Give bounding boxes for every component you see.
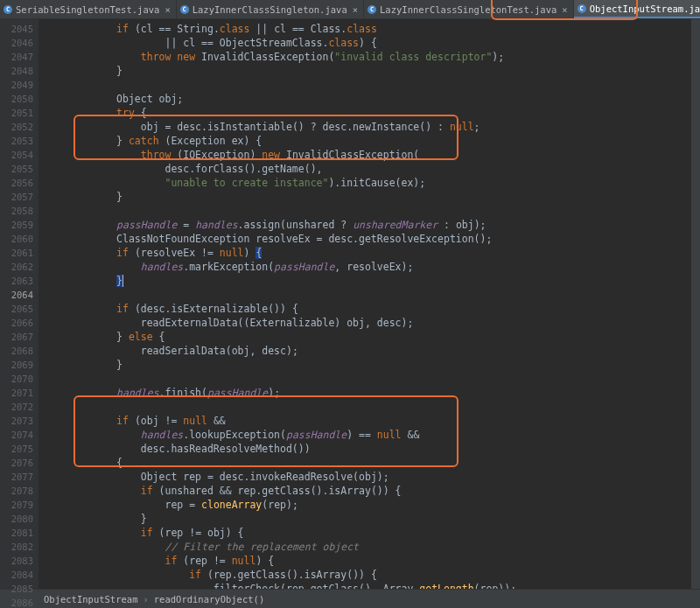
close-icon[interactable]: ×	[164, 4, 170, 15]
code-line[interactable]: || cl == ObjectStreamClass.class) {	[44, 36, 691, 50]
code-line[interactable]: throw (IOException) new InvalidClassExce…	[44, 148, 691, 162]
code-line[interactable]	[44, 78, 691, 92]
tab-bar: CSeriableSingletonTest.java×CLazyInnerCl…	[0, 0, 700, 19]
code-line[interactable]	[44, 288, 691, 302]
code-line[interactable]: passHandle = handles.assign(unshared ? u…	[44, 218, 691, 232]
code-line[interactable]: desc.forClass().getName(),	[44, 162, 691, 176]
code-line[interactable]: Object obj;	[44, 92, 691, 106]
class-icon: C	[180, 5, 189, 14]
code-line[interactable]: if (obj != null &&	[44, 414, 691, 428]
code-line[interactable]: handles.markException(passHandle, resolv…	[44, 260, 691, 274]
code-line[interactable]: }	[44, 274, 691, 288]
code-line[interactable]: if (unshared && rep.getClass().isArray()…	[44, 484, 691, 498]
code-line[interactable]: } else {	[44, 330, 691, 344]
code-line[interactable]: if (rep != null) {	[44, 554, 691, 568]
scrollbar[interactable]	[691, 19, 700, 589]
code-line[interactable]: handles.lookupException(passHandle) == n…	[44, 428, 691, 442]
code-line[interactable]: readSerialData(obj, desc);	[44, 344, 691, 358]
tab-lazyinnerclasssingleton-java[interactable]: CLazyInnerClassSingleton.java×	[177, 0, 364, 18]
code-line[interactable]: }	[44, 190, 691, 204]
code-line[interactable]: try {	[44, 106, 691, 120]
code-line[interactable]: {	[44, 456, 691, 470]
code-line[interactable]: if (cl == String.class || cl == Class.cl…	[44, 22, 691, 36]
code-line[interactable]: obj = desc.isInstantiable() ? desc.newIn…	[44, 120, 691, 134]
tab-objectinputstream-java[interactable]: CObjectInputStream.java×	[574, 0, 700, 18]
code-editor[interactable]: if (cl == String.class || cl == Class.cl…	[38, 19, 691, 589]
close-icon[interactable]: ×	[562, 4, 567, 15]
tab-label: LazyInnerClassSingleton.java	[192, 4, 347, 15]
tab-lazyinnerclasssingletontest-java[interactable]: CLazyInnerClassSingletonTest.java×	[364, 0, 574, 18]
code-line[interactable]: if (rep.getClass().isArray()) {	[44, 568, 691, 582]
code-line[interactable]	[44, 372, 691, 386]
code-line[interactable]: ClassNotFoundException resolveEx = desc.…	[44, 232, 691, 246]
breadcrumb-method[interactable]: readOrdinaryObject()	[154, 594, 264, 605]
class-icon: C	[368, 5, 376, 14]
tab-label: LazyInnerClassSingletonTest.java	[380, 4, 556, 15]
tab-label: SeriableSingletonTest.java	[16, 4, 159, 15]
breadcrumb-class[interactable]: ObjectInputStream	[44, 594, 137, 605]
class-icon: C	[578, 4, 586, 13]
line-gutter: 2045204620472048204920502051205220532054…	[0, 19, 38, 589]
code-line[interactable]: if (desc.isExternalizable()) {	[44, 302, 691, 316]
code-line[interactable]: readExternalData((Externalizable) obj, d…	[44, 316, 691, 330]
code-line[interactable]: }	[44, 358, 691, 372]
close-icon[interactable]: ×	[353, 4, 358, 15]
code-line[interactable]: }	[44, 512, 691, 526]
code-line[interactable]: }	[44, 64, 691, 78]
code-line[interactable]: } catch (Exception ex) {	[44, 134, 691, 148]
chevron-right-icon: ›	[143, 594, 148, 605]
code-line[interactable]: Object rep = desc.invokeReadResolve(obj)…	[44, 470, 691, 484]
code-line[interactable]: filterCheck(rep.getClass(), Array.getLen…	[44, 582, 691, 589]
tab-label: ObjectInputStream.java	[590, 3, 700, 14]
code-line[interactable]: handles.finish(passHandle);	[44, 386, 691, 400]
code-line[interactable]: desc.hasReadResolveMethod())	[44, 442, 691, 456]
code-line[interactable]: throw new InvalidClassException("invalid…	[44, 50, 691, 64]
code-line[interactable]: "unable to create instance").initCause(e…	[44, 176, 691, 190]
code-line[interactable]: if (resolveEx != null) {	[44, 246, 691, 260]
code-line[interactable]: // Filter the replacement object	[44, 540, 691, 554]
tab-seriablesingletontest-java[interactable]: CSeriableSingletonTest.java×	[0, 0, 177, 18]
class-icon: C	[4, 5, 12, 14]
code-line[interactable]: rep = cloneArray(rep);	[44, 498, 691, 512]
code-line[interactable]	[44, 204, 691, 218]
code-line[interactable]	[44, 400, 691, 414]
code-line[interactable]: if (rep != obj) {	[44, 526, 691, 540]
breadcrumb[interactable]: ObjectInputStream › readOrdinaryObject()	[0, 589, 700, 608]
